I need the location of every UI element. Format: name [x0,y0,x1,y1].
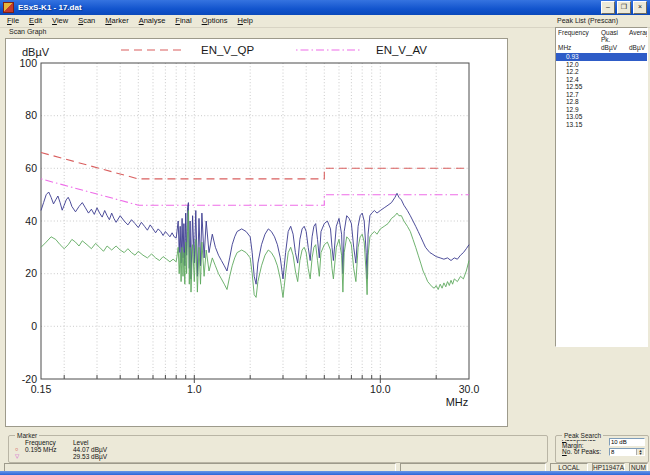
svg-text:40: 40 [25,215,37,227]
acceptance-margin-input[interactable] [609,438,645,446]
peak-list-row[interactable]: 0.93 [556,53,647,61]
av-marker-icon: ▽ [15,453,25,460]
menu-bar: File Edit View Scan Marker Analyse Final… [0,15,650,28]
svg-text:30.0: 30.0 [459,383,480,395]
window-bottom-edge [0,471,650,475]
svg-text:EN_V_AV: EN_V_AV [376,44,427,56]
peak-list[interactable]: Frequency Quasi Pk. Average MHz dBµV dBµ… [555,27,648,347]
peak-list-units: MHz dBµV dBµV [556,43,647,51]
menu-scan[interactable]: Scan [73,15,100,27]
menu-analyse[interactable]: Analyse [134,15,171,27]
menu-view[interactable]: View [47,15,73,27]
no-of-peaks-stepper[interactable]: 8 ▲▼ [609,448,645,456]
column-frequency: Frequency [558,29,601,43]
peak-list-row[interactable]: 13.05 [556,113,647,121]
svg-text:MHz: MHz [446,396,469,408]
marker-frequency-value: 0.195 MHz [25,446,73,453]
menu-edit[interactable]: Edit [24,15,47,27]
svg-text:80: 80 [25,109,37,121]
peak-list-row[interactable]: 12.0 [556,61,647,69]
svg-text:100: 100 [19,57,37,69]
svg-text:10.0: 10.0 [370,383,391,395]
svg-text:0: 0 [31,320,37,332]
peak-search-panel: Peak Search Acceptance Margin: No. of Pe… [555,435,649,463]
peak-list-row[interactable]: 12.9 [556,106,647,114]
peak-list-row[interactable]: 12.8 [556,98,647,106]
maximize-button[interactable]: ❐ [617,1,631,14]
svg-text:20: 20 [25,267,37,279]
peak-list-row[interactable]: 12.4 [556,76,647,84]
column-quasi-pk: Quasi Pk. [601,29,629,43]
peak-list-header: Frequency Quasi Pk. Average [556,28,647,43]
title-bar: ESxS-K1 - 17.dat – ❐ × [0,0,650,15]
window-title: ESxS-K1 - 17.dat [18,0,601,15]
peak-list-row[interactable]: 12.55 [556,83,647,91]
marker-panel: Marker Frequency Level ○ 0.195 MHz 44.07… [8,435,548,463]
peak-list-title: Peak List (Prescan) [557,17,618,24]
marker-level-header: Level [73,439,547,446]
menu-help[interactable]: Help [232,15,257,27]
app-window: ESxS-K1 - 17.dat – ❐ × File Edit View Sc… [0,0,650,475]
spinner-arrows-icon[interactable]: ▲▼ [636,449,644,455]
qp-marker-icon: ○ [15,446,25,453]
peak-list-row[interactable]: 13.15 [556,121,647,129]
marker-frequency-header: Frequency [25,439,73,446]
scan-graph-window-title: Scan Graph [9,28,46,35]
peak-search-panel-label: Peak Search [562,432,603,440]
app-icon [3,2,14,13]
menu-marker[interactable]: Marker [100,15,133,27]
menu-options[interactable]: Options [197,15,233,27]
svg-text:EN_V_QP: EN_V_QP [201,44,254,56]
svg-text:1.0: 1.0 [187,383,202,395]
scan-chart: 100806040200-200.151.010.030.0MHzdBµVEN_… [6,39,507,426]
scan-graph-panel: 100806040200-200.151.010.030.0MHzdBµVEN_… [5,38,508,427]
peak-list-row[interactable]: 12.7 [556,91,647,99]
marker-qp-level: 44.07 dBµV [73,446,547,453]
menu-file[interactable]: File [2,15,24,27]
svg-text:60: 60 [25,162,37,174]
peak-list-row[interactable]: 12.2 [556,68,647,76]
column-average: Average [629,29,648,43]
no-of-peaks-value: 8 [610,449,636,455]
marker-av-level: 29.53 dBµV [73,453,547,460]
svg-text:dBµV: dBµV [22,46,50,58]
svg-text:0.15: 0.15 [31,383,52,395]
marker-panel-label: Marker [15,432,39,440]
close-button[interactable]: × [633,1,647,14]
no-of-peaks-label: No. of Peaks: [562,448,609,455]
menu-final[interactable]: Final [170,15,196,27]
minimize-button[interactable]: – [601,1,615,14]
